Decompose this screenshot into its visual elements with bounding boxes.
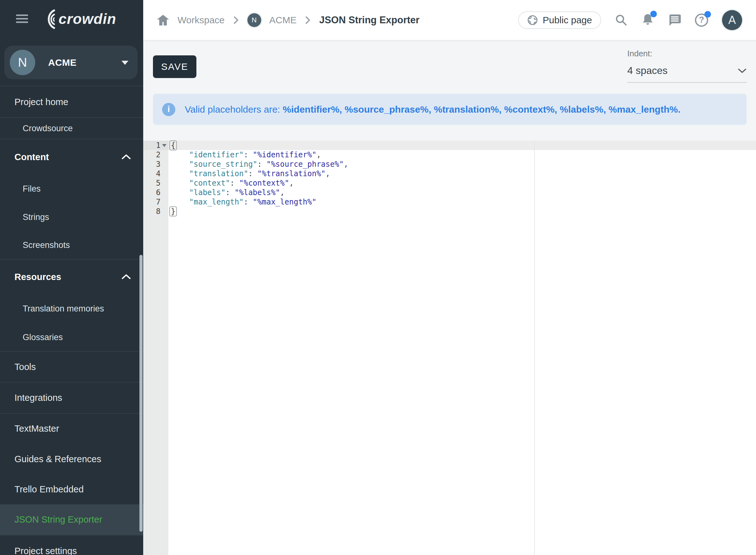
- sidebar-section-resources[interactable]: Resources: [0, 259, 143, 294]
- sidebar-item-integrations[interactable]: Integrations: [0, 382, 143, 413]
- code-editor[interactable]: 1 2 3 4 5 6 7 8 { "identifier": "%identi…: [143, 141, 756, 555]
- code-line: "source_string": "%source_phrase%",: [168, 160, 756, 169]
- help-button[interactable]: ?: [695, 13, 708, 27]
- code-area[interactable]: { "identifier": "%identifier%", "source_…: [168, 141, 756, 555]
- line-number: 7: [143, 197, 168, 207]
- breadcrumb-project[interactable]: ACME: [269, 15, 297, 26]
- line-number: 3: [143, 160, 168, 169]
- chevron-up-icon: [121, 154, 131, 160]
- code-line: "translation": "%translation%",: [168, 169, 756, 178]
- line-number: 4: [143, 169, 168, 178]
- header-actions: Public page ? A: [518, 10, 756, 30]
- chevron-down-icon: [738, 68, 747, 74]
- code-line: "labels": "%labels%",: [168, 188, 756, 197]
- sidebar-nav: Project home Crowdsource Content Files S…: [0, 0, 143, 555]
- sidebar-item-crowdsource[interactable]: Crowdsource: [0, 117, 143, 139]
- help-badge: [704, 11, 711, 17]
- banner-text: Valid placeholders are: %identifier%, %s…: [185, 104, 680, 115]
- notification-badge: [650, 11, 657, 17]
- sidebar-item-textmaster[interactable]: TextMaster: [0, 413, 143, 443]
- top-header: Workspace N ACME JSON String Exporter Pu…: [143, 0, 756, 41]
- save-button[interactable]: SAVE: [153, 55, 197, 78]
- sidebar-item-trello-embedded[interactable]: Trello Embedded: [0, 474, 143, 504]
- line-number: 5: [143, 178, 168, 188]
- user-avatar[interactable]: A: [722, 10, 742, 30]
- sidebar-item-guides-references[interactable]: Guides & References: [0, 443, 143, 474]
- info-icon: i: [162, 103, 175, 116]
- code-line: "context": "%context%",: [168, 178, 756, 188]
- search-button[interactable]: [615, 14, 628, 27]
- indent-value: 4 spaces: [627, 65, 668, 77]
- breadcrumb-current-page: JSON String Exporter: [319, 14, 420, 26]
- sidebar-item-files[interactable]: Files: [0, 175, 143, 203]
- banner-placeholders: %identifier%, %source_phrase%, %translat…: [283, 104, 680, 115]
- sidebar-section-content[interactable]: Content: [0, 139, 143, 175]
- line-number: 2: [143, 150, 168, 160]
- code-line: {: [168, 141, 756, 150]
- chevron-right-icon: [305, 15, 311, 25]
- sidebar-item-strings[interactable]: Strings: [0, 203, 143, 231]
- breadcrumb-project-avatar: N: [247, 13, 261, 27]
- breadcrumb: Workspace N ACME JSON String Exporter: [143, 13, 420, 27]
- main-content: SAVE Indent: 4 spaces i Valid placeholde…: [143, 41, 756, 555]
- indent-label: Indent:: [627, 49, 747, 58]
- sidebar-item-screenshots[interactable]: Screenshots: [0, 231, 143, 259]
- line-number: 6: [143, 188, 168, 197]
- public-page-label: Public page: [543, 15, 592, 26]
- chevron-right-icon: [233, 15, 239, 25]
- placeholders-info-banner: i Valid placeholders are: %identifier%, …: [153, 94, 747, 125]
- public-page-button[interactable]: Public page: [518, 11, 601, 29]
- sidebar-item-translation-memories[interactable]: Translation memories: [0, 294, 143, 324]
- notifications-button[interactable]: [641, 13, 654, 27]
- line-number: 8: [143, 207, 168, 216]
- sidebar-item-project-settings[interactable]: Project settings: [0, 535, 143, 555]
- breadcrumb-workspace[interactable]: Workspace: [177, 15, 225, 26]
- indent-select[interactable]: Indent: 4 spaces: [627, 49, 747, 83]
- line-number: 1: [143, 141, 168, 150]
- code-line: "max_length": "%max_length%": [168, 197, 756, 207]
- code-line: }: [168, 207, 756, 216]
- editor-gutter: 1 2 3 4 5 6 7 8: [143, 141, 168, 555]
- sidebar-item-glossaries[interactable]: Glossaries: [0, 324, 143, 351]
- sidebar-scrollbar[interactable]: [139, 255, 142, 532]
- messages-button[interactable]: [668, 14, 681, 27]
- globe-icon: [527, 15, 538, 26]
- home-icon[interactable]: [157, 14, 169, 26]
- sidebar-item-json-string-exporter[interactable]: JSON String Exporter: [0, 504, 143, 535]
- sidebar: crowdin N ACME Project home Crowdsource …: [0, 0, 143, 555]
- code-line: "identifier": "%identifier%",: [168, 150, 756, 160]
- sidebar-item-project-home[interactable]: Project home: [0, 86, 143, 117]
- fold-caret-icon[interactable]: [162, 144, 167, 147]
- sidebar-item-tools[interactable]: Tools: [0, 351, 143, 382]
- chevron-up-icon: [121, 274, 131, 280]
